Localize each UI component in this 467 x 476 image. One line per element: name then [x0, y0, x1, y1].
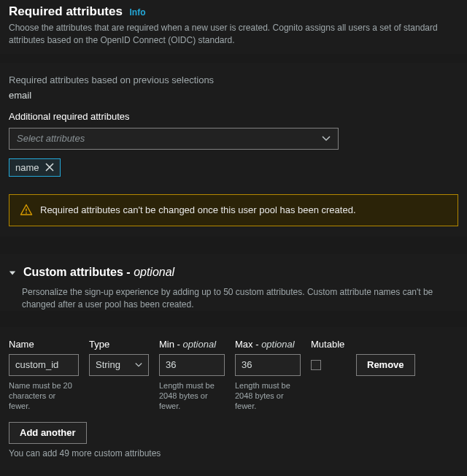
caret-down-icon: [135, 362, 142, 368]
column-mutable-label: Mutable: [311, 339, 346, 350]
warning-icon: [20, 204, 33, 217]
remaining-count: You can add 49 more custom attributes: [9, 448, 458, 458]
add-another-button[interactable]: Add another: [9, 422, 87, 444]
column-min-label: Min - optional: [159, 339, 225, 350]
custom-attributes-expander[interactable]: Custom attributes - optional: [0, 254, 467, 283]
custom-attribute-row: Name Name must be 20 characters or fewer…: [9, 336, 458, 412]
remove-button[interactable]: Remove: [356, 354, 415, 376]
attribute-max-input[interactable]: [235, 354, 301, 376]
additional-attributes-select[interactable]: Select attributes: [9, 128, 339, 150]
custom-attributes-description: Personalize the sign-up experience by ad…: [22, 286, 458, 311]
caret-down-icon: [322, 136, 331, 142]
close-icon[interactable]: [45, 163, 54, 172]
select-placeholder: Select attributes: [17, 133, 322, 144]
required-warning-text: Required attributes can't be changed onc…: [40, 204, 356, 217]
previous-selection-label: Required attributes based on previous se…: [9, 74, 458, 85]
attribute-type-select[interactable]: String: [89, 354, 149, 376]
attribute-name-input[interactable]: [9, 354, 79, 376]
chip-name[interactable]: name: [9, 158, 61, 177]
attribute-type-value: String: [96, 359, 135, 370]
name-hint: Name must be 20 characters or fewer.: [9, 380, 79, 412]
svg-point-1: [26, 212, 27, 214]
required-attributes-title: Required attributes: [9, 4, 123, 19]
additional-attributes-label: Additional required attributes: [9, 111, 458, 122]
column-name-label: Name: [9, 339, 79, 350]
custom-attributes-title: Custom attributes - optional: [23, 266, 174, 279]
previous-selection-value: email: [9, 90, 458, 101]
attribute-min-input[interactable]: [159, 354, 225, 376]
required-attributes-description: Choose the attributes that are required …: [9, 22, 458, 47]
max-hint: Length must be 2048 bytes or fewer.: [235, 380, 301, 412]
required-warning-alert: Required attributes can't be changed onc…: [9, 194, 458, 226]
chip-label: name: [15, 162, 39, 173]
mutable-checkbox[interactable]: [311, 360, 321, 370]
caret-down-icon: [9, 269, 19, 277]
column-max-label: Max - optional: [235, 339, 301, 350]
min-hint: Length must be 2048 bytes or fewer.: [159, 380, 225, 412]
info-link[interactable]: Info: [129, 7, 145, 18]
column-type-label: Type: [89, 339, 149, 350]
